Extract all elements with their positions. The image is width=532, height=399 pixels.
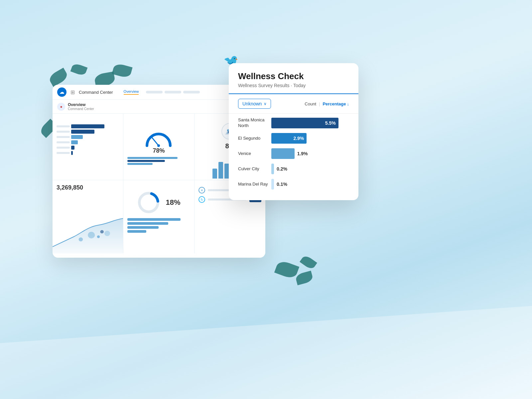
wellness-bar-fill-3: [271, 148, 295, 159]
dropdown-chevron-icon: ∨: [264, 101, 267, 106]
bar-label-2: [57, 131, 70, 133]
horiz-bar-4: [127, 230, 146, 233]
wellness-bar-label-4: Culver City: [238, 166, 271, 172]
wellness-bar-fill-2: 2.9%: [271, 133, 307, 144]
col-bar-2: [218, 162, 223, 179]
bar-row-2: [57, 130, 119, 134]
wellness-bar-label-1: Santa Monica North: [238, 117, 271, 129]
svg-point-8: [88, 232, 95, 238]
dashboard-cell-area: 3,269,850: [53, 180, 123, 253]
leaf-decoration-2: [70, 63, 88, 76]
wellness-controls: Unknown ∨ Count | Percentage ↓: [229, 94, 358, 114]
wellness-bar-fill-4: [271, 164, 274, 174]
wellness-subtitle: Wellness Survey Results · Today: [238, 83, 349, 88]
sort-count-label[interactable]: Count: [305, 101, 316, 106]
tab-placeholder-1: [146, 91, 163, 93]
wellness-bar-row-2: El Segundo2.9%: [238, 132, 349, 144]
wellness-bar-label-2: El Segundo: [238, 136, 271, 141]
svg-point-11: [97, 235, 100, 238]
bar-label-6: [57, 152, 70, 154]
wellness-bar-wrap-5: 0.1%: [271, 179, 349, 190]
sort-controls: Count | Percentage ↓: [305, 101, 349, 106]
filter-label: Unknown: [242, 101, 262, 106]
wellness-bar-row-1: Santa Monica North5.5%: [238, 117, 349, 129]
bar-label-5: [57, 147, 70, 149]
gauge-value: 78%: [153, 147, 165, 154]
sort-separator: |: [319, 101, 320, 106]
horizontal-bars: [127, 218, 190, 233]
nav-grid-icon: ⊞: [70, 89, 75, 95]
gauge-container: 78%: [127, 118, 190, 176]
dashboard-tab-placeholders: [146, 91, 200, 93]
col-bar-1: [212, 169, 217, 179]
bar-label-3: [57, 136, 70, 138]
wellness-bar-fill-5: [271, 179, 274, 190]
donut-value: 18%: [166, 198, 180, 207]
donut-percentage: 18%: [166, 198, 180, 207]
horiz-bar-2: [127, 222, 168, 225]
salesforce-logo: ☁: [57, 87, 66, 97]
donut-container: 18%: [127, 184, 190, 214]
bar-row-6: [57, 151, 119, 155]
area-chart-number: 3,269,850: [57, 184, 119, 191]
wellness-bar-pct-3: 1.9%: [297, 151, 308, 156]
bar-fill-2: [71, 130, 94, 134]
wellness-bar-pct-2: 2.9%: [293, 136, 304, 141]
svg-point-7: [79, 237, 83, 241]
leaf-decoration-1: [48, 68, 69, 87]
breadcrumb-info: Overview Command Center: [68, 102, 94, 111]
bar-row-4: [57, 140, 119, 144]
horiz-bar-1: [127, 218, 181, 221]
wellness-panel: Wellness Check Wellness Survey Results ·…: [229, 63, 358, 200]
wellness-bar-wrap-1: 5.5%: [271, 118, 349, 128]
bar-row-1: [57, 124, 119, 128]
bar-fill-4: [71, 140, 78, 144]
mini-bar-chart: [57, 124, 119, 155]
donut-svg: [137, 191, 160, 214]
wellness-bar-wrap-4: 0.2%: [271, 164, 349, 174]
wellness-bar-pct-4: 0.2%: [277, 166, 287, 172]
bar-fill-3: [71, 135, 83, 139]
gauge-svg: [144, 129, 174, 147]
bar-fill-6: [71, 151, 73, 155]
sort-percentage-label[interactable]: Percentage ↓: [323, 101, 349, 106]
wellness-bar-label-3: Venice: [238, 151, 271, 157]
dashboard-title: Command Center: [79, 90, 113, 95]
tab-placeholder-2: [165, 91, 181, 93]
leaf-decoration-7: [295, 271, 314, 285]
bar-row-3: [57, 135, 119, 139]
svg-line-1: [151, 136, 159, 146]
svg-point-9: [100, 230, 104, 233]
wellness-bar-label-5: Marina Del Ray: [238, 182, 271, 187]
gauge-lines: [127, 157, 190, 165]
area-chart: [53, 213, 123, 253]
tab-placeholder-3: [183, 91, 200, 93]
leaf-decoration-6: [274, 259, 299, 280]
list-item-icon-2: ↻: [199, 196, 205, 203]
wellness-bar-row-5: Marina Del Ray0.1%: [238, 178, 349, 190]
breadcrumb-sub: Command Center: [68, 107, 94, 111]
bar-row-5: [57, 146, 119, 150]
gauge-line-2: [127, 160, 165, 162]
area-chart-svg: [53, 213, 123, 253]
breadcrumb-icon: ●: [57, 103, 65, 111]
wellness-bar-row-3: Venice1.9%: [238, 148, 349, 160]
leaf-decoration-8: [300, 254, 317, 271]
wellness-header: Wellness Check Wellness Survey Results ·…: [229, 63, 358, 94]
wellness-bar-pct-1: 5.5%: [325, 120, 336, 126]
bar-label-4: [57, 141, 70, 143]
svg-point-10: [104, 231, 110, 236]
filter-dropdown[interactable]: Unknown ∨: [238, 99, 271, 109]
bar-fill-1: [71, 124, 104, 128]
bar-label-1: [57, 125, 70, 127]
dashboard-overview-tab[interactable]: Overview: [124, 89, 139, 95]
sort-arrow-icon: ↓: [347, 101, 349, 106]
list-item-icon-1: ✕: [199, 187, 205, 194]
wellness-bar-wrap-2: 2.9%: [271, 133, 349, 144]
dashboard-cell-gauge: 78%: [123, 114, 194, 180]
wellness-bar-wrap-3: 1.9%: [271, 148, 349, 159]
bar-fill-5: [71, 146, 74, 150]
gauge-line-3: [127, 163, 152, 165]
leaf-decoration-4: [112, 63, 132, 78]
dashboard-cell-donut: 18%: [123, 180, 194, 253]
